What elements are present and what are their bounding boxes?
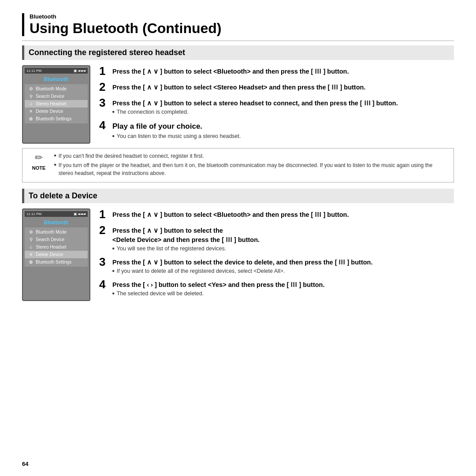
step4-number: 4 bbox=[99, 119, 109, 131]
section2-step4: 4 Press the [ ‹ › ] button to select <Ye… bbox=[99, 279, 454, 297]
screen2-icons: ▣ ▰▰▰ bbox=[74, 212, 86, 216]
screen1-icon-btsettings: ✿ bbox=[28, 116, 33, 121]
step3-number: 3 bbox=[99, 97, 109, 108]
screen2-item-stereo-headset: ♫ Stereo Headset bbox=[25, 243, 88, 251]
screen1-time: 11:11 PM bbox=[26, 69, 41, 73]
step1-number: 1 bbox=[99, 65, 109, 77]
screen2-label-delete: Delete Device bbox=[36, 252, 63, 257]
s2-step1-number: 1 bbox=[99, 208, 109, 220]
s2-step2-note: You will see the list of the registered … bbox=[112, 245, 454, 252]
s2-step4-text: Press the [ ‹ › ] button to select <Yes>… bbox=[112, 280, 454, 289]
screen1-item-bluetooth-mode: ⚙ Bluetooth Mode bbox=[25, 85, 88, 93]
section1-step1: 1 Press the [ ∧ ∨ ] button to select <Bl… bbox=[99, 65, 454, 77]
s2-step2-text: Press the [ ∧ ∨ ] button to select the <… bbox=[112, 226, 454, 244]
screen1-item-stereo-headset: ♫ Stereo Headset bbox=[25, 100, 88, 108]
screen1-label-headset: Stereo Headset bbox=[36, 101, 67, 106]
step3-content: Press the [ ∧ ∨ ] button to select a ste… bbox=[112, 97, 454, 115]
s2-step2-number: 2 bbox=[99, 224, 109, 236]
section1-step4: 4 Play a file of your choice. You can li… bbox=[99, 119, 454, 139]
screen1-label-search: Search Device bbox=[36, 94, 64, 99]
section2-step3: 3 Press the [ ∧ ∨ ] button to select the… bbox=[99, 256, 454, 274]
screen2-menu: ⚙ Bluetooth Mode ⚲ Search Device ♫ Stere… bbox=[25, 227, 88, 267]
screen2-label-search: Search Device bbox=[36, 237, 64, 242]
page-title: Using Bluetooth (Continued) bbox=[30, 20, 221, 36]
step4-note: You can listen to the music using a ster… bbox=[112, 133, 454, 139]
screen1-icons: ▣ ▰▰▰ bbox=[74, 69, 86, 73]
note-line-2: If you turn off the player or the headse… bbox=[54, 161, 448, 177]
screen1-label-btmode: Bluetooth Mode bbox=[36, 86, 67, 91]
note-line-1: If you can't find the desired headset to… bbox=[54, 152, 448, 160]
section2-steps: 1 Press the [ ∧ ∨ ] button to select <Bl… bbox=[99, 208, 454, 301]
header-section: Bluetooth Using Bluetooth (Continued) bbox=[22, 13, 454, 36]
note-content: If you can't find the desired headset to… bbox=[54, 152, 448, 178]
section1-screen: 11:11 PM ▣ ▰▰▰ Bluetooth ⚙ Bluetooth Mod… bbox=[22, 65, 90, 144]
step1-content: Press the [ ∧ ∨ ] button to select <Blue… bbox=[112, 65, 454, 76]
step4-content: Play a file of your choice. You can list… bbox=[112, 119, 454, 139]
bluetooth-label: Bluetooth bbox=[30, 13, 454, 20]
step1-text: Press the [ ∧ ∨ ] button to select <Blue… bbox=[112, 67, 454, 76]
screen1-item-bt-settings: ✿ Bluetooth Settings bbox=[25, 115, 88, 123]
note-label: NOTE bbox=[32, 165, 46, 171]
screen2-title: Bluetooth bbox=[25, 218, 88, 227]
section1-steps: 1 Press the [ ∧ ∨ ] button to select <Bl… bbox=[99, 65, 454, 144]
screen2-icon-delete: ✕ bbox=[28, 252, 33, 257]
screen2-label-btsettings: Bluetooth Settings bbox=[36, 260, 71, 264]
screen2-icon-btsettings: ✿ bbox=[28, 260, 33, 264]
screen1-menu: ⚙ Bluetooth Mode ⚲ Search Device ♫ Stere… bbox=[25, 84, 88, 123]
s2-step3-text: Press the [ ∧ ∨ ] button to select the d… bbox=[112, 258, 454, 267]
section2-step1: 1 Press the [ ∧ ∨ ] button to select <Bl… bbox=[99, 208, 454, 220]
step3-text: Press the [ ∧ ∨ ] button to select a ste… bbox=[112, 99, 454, 108]
s2-step4-content: Press the [ ‹ › ] button to select <Yes>… bbox=[112, 279, 454, 297]
screen2-icon-btmode: ⚙ bbox=[28, 230, 33, 234]
screen2-item-bt-settings: ✿ Bluetooth Settings bbox=[25, 258, 88, 266]
screen2-item-bluetooth-mode: ⚙ Bluetooth Mode bbox=[25, 228, 88, 236]
step2-text: Press the [ ∧ ∨ ] button to select <Ster… bbox=[112, 83, 454, 92]
step2-content: Press the [ ∧ ∨ ] button to select <Ster… bbox=[112, 81, 454, 92]
section2-step2: 2 Press the [ ∧ ∨ ] button to select the… bbox=[99, 224, 454, 252]
screen1-label-delete: Delete Device bbox=[36, 109, 63, 114]
s2-step3-number: 3 bbox=[99, 256, 109, 268]
page-number: 64 bbox=[22, 461, 28, 467]
screen2-icon-search: ⚲ bbox=[28, 237, 33, 242]
screen2-item-search-device: ⚲ Search Device bbox=[25, 236, 88, 243]
s2-step2-content: Press the [ ∧ ∨ ] button to select the <… bbox=[112, 224, 454, 252]
note-box: ✏ NOTE If you can't find the desired hea… bbox=[22, 148, 454, 182]
screen2-time: 11:11 PM bbox=[26, 212, 41, 216]
s2-step3-note: If you want to delete all of the registe… bbox=[112, 268, 454, 274]
step3-note: The connection is completed. bbox=[112, 109, 454, 115]
page: Bluetooth Using Bluetooth (Continued) Co… bbox=[0, 0, 476, 476]
s2-step1-text: Press the [ ∧ ∨ ] button to select <Blue… bbox=[112, 210, 454, 219]
section1-step3: 3 Press the [ ∧ ∨ ] button to select a s… bbox=[99, 97, 454, 115]
section1-step2: 2 Press the [ ∧ ∨ ] button to select <St… bbox=[99, 81, 454, 93]
screen2-item-delete-device: ✕ Delete Device bbox=[25, 251, 88, 258]
screen2-label-btmode: Bluetooth Mode bbox=[36, 230, 67, 234]
s2-step3-content: Press the [ ∧ ∨ ] button to select the d… bbox=[112, 256, 454, 274]
section2-content: 11:11 PM ▣ ▰▰▰ Bluetooth ⚙ Bluetooth Mod… bbox=[22, 208, 454, 301]
screen1-statusbar: 11:11 PM ▣ ▰▰▰ bbox=[25, 68, 88, 74]
screen2-statusbar: 11:11 PM ▣ ▰▰▰ bbox=[25, 211, 88, 217]
s2-step4-number: 4 bbox=[99, 279, 109, 290]
s2-step4-note: The selected device will be deleted. bbox=[112, 290, 454, 297]
header-divider bbox=[22, 41, 454, 41]
note-icon-area: ✏ NOTE bbox=[28, 152, 50, 171]
pencil-icon: ✏ bbox=[35, 152, 43, 164]
screen1-icon-btmode: ⚙ bbox=[28, 86, 33, 91]
s2-step1-content: Press the [ ∧ ∨ ] button to select <Blue… bbox=[112, 208, 454, 219]
step2-number: 2 bbox=[99, 81, 109, 93]
screen2-icon-headset: ♫ bbox=[28, 245, 33, 249]
screen1-item-delete-device: ✕ Delete Device bbox=[25, 108, 88, 115]
section1-title: Connecting the registered stereo headset bbox=[22, 45, 454, 60]
section2-screen: 11:11 PM ▣ ▰▰▰ Bluetooth ⚙ Bluetooth Mod… bbox=[22, 208, 90, 301]
screen1-item-search-device: ⚲ Search Device bbox=[25, 93, 88, 100]
screen1-icon-headset: ♫ bbox=[28, 101, 33, 106]
step4-text: Play a file of your choice. bbox=[112, 121, 454, 132]
screen1-icon-delete: ✕ bbox=[28, 109, 33, 114]
screen1-icon-search: ⚲ bbox=[28, 94, 33, 99]
screen1-label-btsettings: Bluetooth Settings bbox=[36, 116, 71, 121]
section2-title: To delete a Device bbox=[22, 189, 454, 203]
screen1-title: Bluetooth bbox=[25, 74, 88, 84]
screen2-label-headset: Stereo Headset bbox=[36, 245, 67, 249]
section1-content: 11:11 PM ▣ ▰▰▰ Bluetooth ⚙ Bluetooth Mod… bbox=[22, 65, 454, 144]
